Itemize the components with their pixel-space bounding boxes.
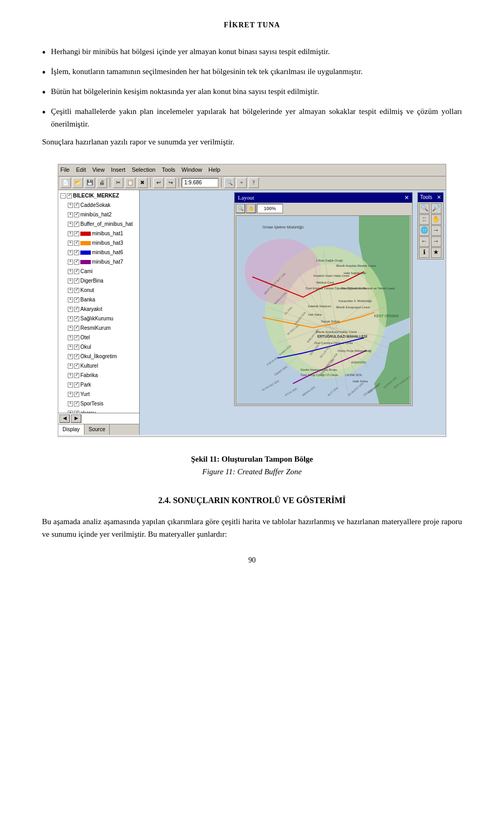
tree-exp-h1[interactable]: + xyxy=(68,231,73,236)
tree-exp-cs[interactable]: + xyxy=(68,203,73,208)
map-figure: File Edit View Insert Selection Tools Wi… xyxy=(42,164,462,437)
tree-exp-cami[interactable]: + xyxy=(68,269,73,274)
tree-cb-park[interactable]: ✓ xyxy=(74,382,79,388)
tree-item-okul: + ✓ Okul xyxy=(67,342,138,352)
sidebar-btn-right[interactable]: ▶ xyxy=(71,414,81,423)
tree-item-caddesokak: + ✓ CaddeSokak xyxy=(67,201,138,210)
tree-exp-oi[interactable]: + xyxy=(68,354,73,359)
tree-cb-bank[interactable]: ✓ xyxy=(74,297,79,303)
gis-menubar[interactable]: File Edit View Insert Selection Tools Wi… xyxy=(58,164,446,176)
tree-cb-oi[interactable]: ✓ xyxy=(74,354,79,359)
tree-cb-fab[interactable]: ✓ xyxy=(74,373,79,378)
tree-cb-buf[interactable]: ✓ xyxy=(74,222,79,227)
figure-caption: Şekil 11: Oluşturulan Tampon Bölge Figur… xyxy=(42,453,462,478)
tree-exp-sp[interactable]: + xyxy=(68,401,73,406)
tool-info[interactable]: ℹ xyxy=(419,247,429,258)
menu-insert[interactable]: Insert xyxy=(111,165,125,175)
tree-cb-yurt[interactable]: ✓ xyxy=(74,392,79,397)
tree-exp-park[interactable]: + xyxy=(68,382,73,388)
layout-toolbar-bar: 🔍 ✋ 100% xyxy=(235,203,412,214)
tree-exp-db[interactable]: + xyxy=(68,278,73,284)
toolbar-undo[interactable]: ↩ xyxy=(153,178,164,188)
tab-source[interactable]: Source xyxy=(85,424,110,435)
menu-edit[interactable]: Edit xyxy=(76,165,86,175)
tool-globe[interactable]: 🌐 xyxy=(419,225,429,236)
tree-item-akaryakit: + ✓ Akaryakıt xyxy=(67,305,138,314)
menu-file[interactable]: File xyxy=(60,165,70,175)
tree-exp-ak[interactable]: + xyxy=(68,307,73,312)
toolbar-delete[interactable]: ✖ xyxy=(137,178,148,188)
tool-pan[interactable]: ✋ xyxy=(431,214,442,225)
tree-exp-bank[interactable]: + xyxy=(68,297,73,303)
toolbar-print[interactable]: 🖨 xyxy=(97,178,107,188)
tree-cb-sp[interactable]: ✓ xyxy=(74,401,79,406)
tree-checkbox-root[interactable]: ✓ xyxy=(67,193,72,199)
tree-cb-okul[interactable]: ✓ xyxy=(74,345,79,350)
tree-exp-konut[interactable]: + xyxy=(68,288,73,293)
tree-exp-kul[interactable]: + xyxy=(68,363,73,369)
tree-exp-sag[interactable]: + xyxy=(68,316,73,321)
tree-exp-buf[interactable]: + xyxy=(68,222,73,227)
layout-btn-pan[interactable]: ✋ xyxy=(246,204,256,213)
menu-selection[interactable]: Selection xyxy=(132,165,155,175)
tree-cb-cs[interactable]: ✓ xyxy=(74,203,79,208)
tree-cb-h2[interactable]: ✓ xyxy=(74,212,79,217)
tree-exp-h6[interactable]: + xyxy=(68,250,73,255)
toolbar-open[interactable]: 📂 xyxy=(72,178,83,188)
toolbar-help[interactable]: ? xyxy=(248,178,259,188)
layout-zoom-level: 100% xyxy=(257,204,283,213)
tree-exp-h3[interactable]: + xyxy=(68,241,73,246)
tool-arrow[interactable]: → xyxy=(431,225,442,236)
layout-close[interactable]: ✕ xyxy=(404,193,409,203)
tree-cb-sag[interactable]: ✓ xyxy=(74,316,79,321)
tree-cb-db[interactable]: ✓ xyxy=(74,278,79,284)
tree-root-label: BILECIK_MERKEZ xyxy=(73,192,119,200)
tool-back[interactable]: ← xyxy=(419,236,429,247)
tree-expander-root[interactable]: - xyxy=(60,193,66,199)
toolbar-zoom-in[interactable]: + xyxy=(236,178,247,188)
tree-exp-fab[interactable]: + xyxy=(68,373,73,378)
tree-cb-ak[interactable]: ✓ xyxy=(74,307,79,312)
tree-cb-kul[interactable]: ✓ xyxy=(74,363,79,369)
toolbar-cut[interactable]: ✂ xyxy=(113,178,123,188)
tree-cb-h7[interactable]: ✓ xyxy=(74,259,79,265)
tree-cb-h6[interactable]: ✓ xyxy=(74,250,79,255)
svg-text:Halk Sıhha: Halk Sıhha xyxy=(353,380,368,383)
tool-zoomin[interactable]: 🔍 xyxy=(419,203,429,214)
tree-exp-h7[interactable]: + xyxy=(68,259,73,265)
tree-cb-cami[interactable]: ✓ xyxy=(74,269,79,274)
menu-help[interactable]: Help xyxy=(208,165,220,175)
tools-title-label: Tools xyxy=(420,193,432,202)
toolbar-save[interactable]: 💾 xyxy=(85,178,95,188)
menu-window[interactable]: Window xyxy=(182,165,202,175)
tree-exp-yurt[interactable]: + xyxy=(68,392,73,397)
tools-grid: 🔍 🔎 :: ✋ 🌐 → ← → ℹ ★ xyxy=(418,202,443,259)
scale-input[interactable]: 1:9.686 xyxy=(182,178,218,187)
bullet-dot-1: • xyxy=(42,45,46,60)
tool-grid[interactable]: :: xyxy=(419,214,429,225)
layout-btn-zoomin[interactable]: 🔍 xyxy=(236,204,245,213)
tools-close[interactable]: ✕ xyxy=(437,193,441,202)
toolbar-zoom-extent[interactable]: 🔍 xyxy=(224,178,235,188)
tool-forward[interactable]: → xyxy=(431,236,442,247)
bullet-item-3: • Bütün hat bölgelerinin kesişim noktası… xyxy=(42,85,462,100)
toolbar-copy[interactable]: 📋 xyxy=(125,178,135,188)
toolbar-redo[interactable]: ↪ xyxy=(165,178,176,188)
tab-display[interactable]: Display xyxy=(58,424,85,435)
tree-cb-otel[interactable]: ✓ xyxy=(74,335,79,340)
tree-cb-h3[interactable]: ✓ xyxy=(74,241,79,246)
tree-exp-otel[interactable]: + xyxy=(68,335,73,340)
tree-exp-rk[interactable]: + xyxy=(68,326,73,331)
tree-cb-rk[interactable]: ✓ xyxy=(74,326,79,331)
toolbar-new[interactable]: 📄 xyxy=(60,178,71,188)
tree-cb-h1[interactable]: ✓ xyxy=(74,231,79,236)
menu-tools[interactable]: Tools xyxy=(162,165,175,175)
menu-view[interactable]: View xyxy=(92,165,105,175)
tool-star[interactable]: ★ xyxy=(431,247,442,258)
tree-cb-konut[interactable]: ✓ xyxy=(74,288,79,293)
sidebar-btn-left[interactable]: ◀ xyxy=(59,414,70,423)
tool-zoomout[interactable]: 🔎 xyxy=(431,203,442,214)
tree-exp-h2[interactable]: + xyxy=(68,212,73,217)
tree-exp-okul[interactable]: + xyxy=(68,345,73,350)
tree-item-konut: + ✓ Konut xyxy=(67,286,138,295)
